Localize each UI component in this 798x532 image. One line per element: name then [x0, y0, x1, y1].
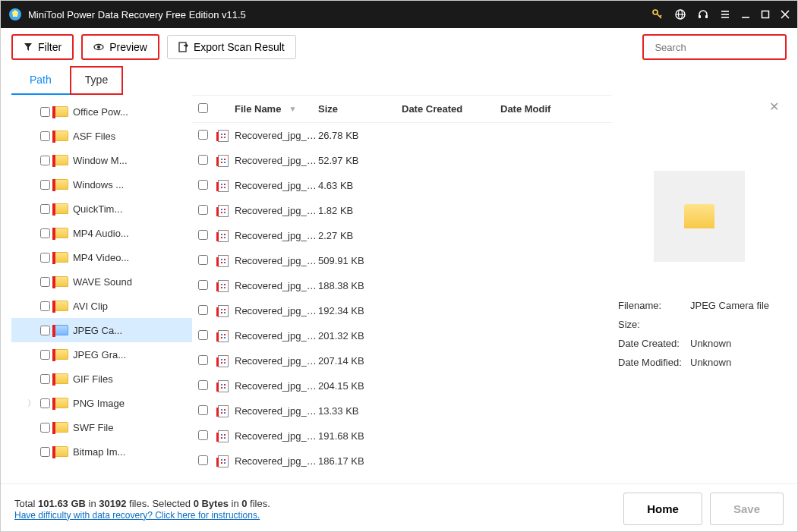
svg-line-3: [660, 15, 661, 17]
sidebar-item[interactable]: QuickTim...: [11, 197, 192, 221]
headphones-icon[interactable]: [697, 8, 709, 20]
file-row[interactable]: Recovered_jpg_fil...191.68 KB: [192, 423, 612, 449]
folder-icon: [55, 106, 68, 117]
preview-button[interactable]: Preview: [81, 34, 159, 60]
tree-checkbox[interactable]: [40, 326, 50, 335]
file-list-body[interactable]: Recovered_jpg_fil...26.78 KBRecovered_jp…: [192, 123, 612, 483]
save-button[interactable]: Save: [710, 493, 784, 525]
tree-checkbox[interactable]: [40, 131, 50, 141]
file-size: 52.97 KB: [318, 155, 402, 166]
file-checkbox[interactable]: [198, 180, 208, 190]
tree-checkbox[interactable]: [40, 350, 50, 360]
file-checkbox[interactable]: [198, 230, 208, 240]
tree-checkbox[interactable]: [40, 180, 50, 190]
close-icon[interactable]: ✕: [769, 99, 779, 114]
sidebar-item[interactable]: JPEG Ca...: [11, 318, 192, 342]
tab-path[interactable]: Path: [11, 66, 70, 95]
tree-checkbox[interactable]: [40, 447, 50, 457]
file-icon: [218, 230, 229, 242]
file-checkbox[interactable]: [198, 255, 208, 265]
folder-icon: [55, 276, 68, 287]
file-checkbox[interactable]: [198, 280, 208, 290]
file-row[interactable]: Recovered_jpg_fil...204.15 KB: [192, 373, 612, 398]
file-checkbox[interactable]: [198, 305, 208, 315]
minimize-button[interactable]: [741, 10, 750, 19]
sidebar-item[interactable]: Window M...: [11, 148, 192, 172]
sidebar-item-label: ASF Files: [73, 131, 115, 142]
file-checkbox[interactable]: [198, 130, 208, 140]
file-row[interactable]: Recovered_jpg_fil...13.33 KB: [192, 398, 612, 423]
tree-checkbox[interactable]: [40, 228, 50, 238]
file-checkbox[interactable]: [198, 330, 208, 340]
file-checkbox[interactable]: [198, 430, 208, 440]
select-all-checkbox[interactable]: [198, 103, 208, 113]
sidebar-item[interactable]: JPEG Gra...: [11, 342, 192, 367]
file-row[interactable]: Recovered_jpg_fil...52.97 KB: [192, 148, 612, 173]
tree-checkbox[interactable]: [40, 301, 50, 311]
sidebar-item[interactable]: ASF Files: [11, 124, 192, 148]
col-filename[interactable]: File Name ▼: [235, 103, 318, 115]
col-date-modified[interactable]: Date Modif: [500, 103, 569, 115]
file-checkbox[interactable]: [198, 405, 208, 415]
sidebar-item[interactable]: WAVE Sound: [11, 269, 192, 294]
sidebar-item[interactable]: Office Pow...: [11, 99, 192, 124]
file-row[interactable]: Recovered_jpg_fil...509.91 KB: [192, 248, 612, 273]
tree-checkbox[interactable]: [40, 398, 50, 408]
file-icon: [218, 155, 229, 167]
maximize-button[interactable]: [761, 10, 770, 19]
help-link[interactable]: Have difficulty with data recovery? Clic…: [14, 510, 260, 521]
sidebar-item-label: Bitmap Im...: [73, 446, 125, 458]
file-icon: [218, 130, 229, 142]
file-checkbox[interactable]: [198, 205, 208, 215]
file-checkbox[interactable]: [198, 455, 208, 465]
file-name: Recovered_jpg_fil...: [235, 180, 318, 191]
search-input[interactable]: [654, 42, 782, 53]
svg-rect-7: [699, 15, 701, 18]
file-row[interactable]: Recovered_jpg_fil...192.34 KB: [192, 298, 612, 323]
tree-checkbox[interactable]: [40, 156, 50, 165]
tree-checkbox[interactable]: [40, 277, 50, 287]
home-button[interactable]: Home: [623, 493, 702, 525]
file-checkbox[interactable]: [198, 355, 208, 365]
sidebar-item-label: JPEG Gra...: [73, 349, 126, 360]
col-date-created[interactable]: Date Created: [402, 103, 500, 115]
tree-checkbox[interactable]: [40, 253, 50, 263]
file-row[interactable]: Recovered_jpg_fil...26.78 KB: [192, 123, 612, 148]
tab-type[interactable]: Type: [70, 66, 123, 95]
tree-checkbox[interactable]: [40, 204, 50, 214]
file-checkbox[interactable]: [198, 380, 208, 390]
sidebar-item[interactable]: SWF File: [11, 415, 192, 439]
chevron-right-icon[interactable]: 〉: [27, 398, 36, 409]
file-row[interactable]: Recovered_jpg_fil...4.63 KB: [192, 173, 612, 198]
tree-checkbox[interactable]: [40, 107, 50, 117]
filter-button[interactable]: Filter: [11, 34, 74, 60]
sidebar-item[interactable]: 〉PNG Image: [11, 391, 192, 415]
search-box[interactable]: [642, 34, 787, 60]
file-icon: [218, 380, 229, 392]
file-checkbox[interactable]: [198, 155, 208, 165]
file-row[interactable]: Recovered_jpg_fil...1.82 KB: [192, 198, 612, 223]
menu-icon[interactable]: [720, 9, 730, 20]
globe-icon[interactable]: [674, 8, 686, 20]
file-row[interactable]: Recovered_jpg_fil...207.14 KB: [192, 348, 612, 373]
sidebar-item-label: Window M...: [73, 155, 128, 166]
file-size: 191.68 KB: [318, 430, 402, 442]
tree-checkbox[interactable]: [40, 423, 50, 433]
file-row[interactable]: Recovered_jpg_fil...186.17 KB: [192, 449, 612, 474]
folder-icon: [55, 252, 68, 263]
close-button[interactable]: [781, 10, 790, 19]
file-row[interactable]: Recovered_jpg_fil...201.32 KB: [192, 323, 612, 348]
sidebar-item[interactable]: MP4 Audio...: [11, 221, 192, 245]
tree-checkbox[interactable]: [40, 374, 50, 384]
sidebar-item[interactable]: Bitmap Im...: [11, 439, 192, 464]
sidebar-item[interactable]: GIF Files: [11, 367, 192, 391]
file-row[interactable]: Recovered_jpg_fil...2.27 KB: [192, 223, 612, 248]
sidebar-item[interactable]: AVI Clip: [11, 294, 192, 318]
sidebar-item[interactable]: Windows ...: [11, 172, 192, 197]
col-size[interactable]: Size: [318, 103, 402, 115]
sidebar-item[interactable]: MP4 Video...: [11, 245, 192, 269]
export-button[interactable]: Export Scan Result: [167, 35, 296, 59]
key-icon[interactable]: [651, 8, 664, 20]
col-filename-label: File Name: [235, 103, 281, 115]
file-row[interactable]: Recovered_jpg_fil...188.38 KB: [192, 273, 612, 298]
